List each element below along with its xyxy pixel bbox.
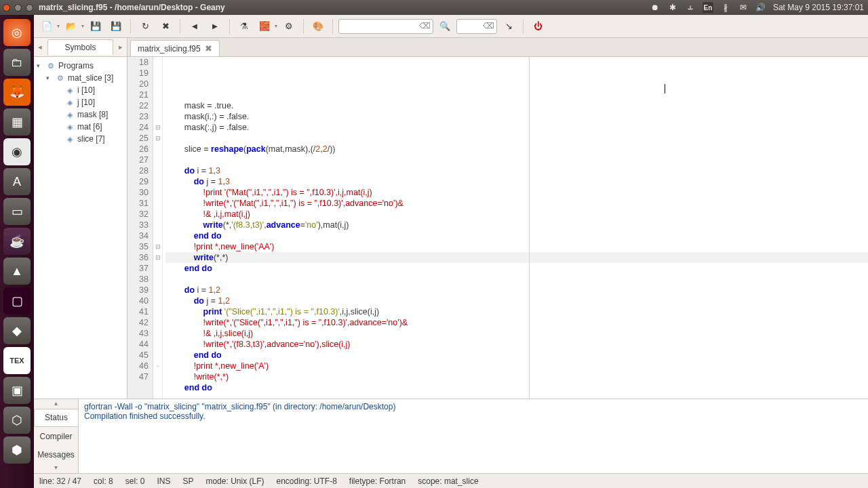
- close-file-button[interactable]: ✖: [157, 18, 174, 35]
- window-maximize-button[interactable]: [26, 4, 33, 12]
- color-chooser-button[interactable]: 🎨: [309, 18, 327, 35]
- app-icon-3[interactable]: ◆: [3, 317, 31, 344]
- quit-button[interactable]: ⏻: [529, 18, 547, 35]
- messages-icon[interactable]: ✉: [738, 2, 749, 13]
- unity-launcher: ◎ 🗀 🦊 ▦ ◉ A ▭ ☕ ▲ ▢ ◆ TEX ▣ ⬡ ⬢: [0, 15, 34, 488]
- code-area[interactable]: mask = .true. mask(i,:) = .false. mask(:…: [163, 57, 868, 399]
- message-window: ▴ Status Compiler Messages ▾ gfortran -W…: [34, 399, 868, 473]
- app-icon-2[interactable]: ▭: [3, 198, 31, 225]
- document-tabs: matrix_slicing.f95 ✖: [127, 38, 868, 57]
- tree-item[interactable]: ◈mask [8]: [34, 108, 127, 121]
- line-number-gutter: 1819202122232425262728293031323334353637…: [127, 57, 153, 399]
- tree-item[interactable]: ▾⚙Programs: [34, 60, 127, 72]
- status-mode: mode: Unix (LF): [205, 476, 264, 486]
- app-icon-1[interactable]: ▦: [3, 108, 31, 136]
- dash-icon[interactable]: ◎: [3, 19, 31, 46]
- message-content[interactable]: gfortran -Wall -o "matrix_slicing" "matr…: [79, 399, 868, 473]
- build-button[interactable]: 🧱: [256, 18, 273, 35]
- compiler-command-line: gfortran -Wall -o "matrix_slicing" "matr…: [84, 402, 863, 411]
- sound-icon[interactable]: 🔊: [755, 2, 766, 13]
- geany-window: 📄▾ 📂▾ 💾 💾 ↻ ✖ ◄ ► ⚗ 🧱▾ ⚙ 🎨 ⌫ 🔍 ⌫ ↘ ⏻ ◂ S…: [34, 15, 868, 488]
- app-icon-5[interactable]: ⬡: [3, 407, 31, 434]
- sidebar: ◂ Symbols ▸ ▾⚙Programs▾⚙mat_slice [3]◈i …: [34, 38, 127, 399]
- status-sp: SP: [182, 476, 193, 486]
- execute-button[interactable]: ⚙: [280, 18, 298, 35]
- vlc-icon[interactable]: ▲: [3, 258, 31, 285]
- save-button[interactable]: 💾: [87, 18, 104, 35]
- new-file-button[interactable]: 📄: [38, 18, 56, 35]
- goto-line-button[interactable]: ↘: [500, 18, 517, 35]
- document-tab[interactable]: matrix_slicing.f95 ✖: [130, 40, 220, 56]
- status-col: col: 8: [94, 476, 113, 486]
- status-ftype: filetype: Fortran: [349, 476, 406, 486]
- close-tab-icon[interactable]: ✖: [205, 43, 212, 54]
- text-cursor: [665, 84, 665, 94]
- files-icon[interactable]: 🗀: [3, 49, 31, 76]
- dropbox-icon[interactable]: ✱: [667, 2, 678, 13]
- tree-item[interactable]: ◈j [10]: [34, 96, 127, 108]
- top-panel: matrix_slicing.f95 - /home/arun/Desktop …: [0, 0, 868, 15]
- geany-icon[interactable]: ☕: [3, 228, 31, 255]
- window-controls: [3, 4, 33, 12]
- window-minimize-button[interactable]: [14, 4, 22, 12]
- tree-item[interactable]: ◈slice [7]: [34, 133, 127, 145]
- status-ins: INS: [157, 476, 170, 486]
- open-file-button[interactable]: 📂: [62, 18, 80, 35]
- texmaker-icon[interactable]: TEX: [3, 347, 31, 374]
- compile-button[interactable]: ⚗: [235, 18, 253, 35]
- message-tab-up[interactable]: ▴: [34, 399, 78, 409]
- status-line: line: 32 / 47: [39, 476, 81, 486]
- document-tab-label: matrix_slicing.f95: [138, 44, 201, 54]
- keyboard-indicator[interactable]: En: [703, 2, 713, 13]
- revert-button[interactable]: ↻: [136, 18, 154, 35]
- tree-item[interactable]: ▾⚙mat_slice [3]: [34, 72, 127, 84]
- firefox-icon[interactable]: 🦊: [3, 79, 31, 106]
- sidebar-tab-left[interactable]: ◂: [34, 43, 46, 52]
- panel-indicators: ⏺ ✱ ⥿ En ∦ ✉ 🔊 Sat May 9 2015 19:37:01: [650, 2, 864, 13]
- tab-status[interactable]: Status: [34, 409, 78, 427]
- save-all-button[interactable]: 💾: [107, 18, 125, 35]
- status-bar: line: 32 / 47 col: 8 sel: 0 INS SP mode:…: [34, 473, 868, 488]
- status-sel: sel: 0: [125, 476, 145, 486]
- app-icon-6[interactable]: ⬢: [3, 436, 31, 464]
- app-icon-4[interactable]: ▣: [3, 377, 31, 404]
- clock[interactable]: Sat May 9 2015 19:37:01: [773, 3, 864, 12]
- window-close-button[interactable]: [3, 4, 10, 12]
- message-tab-down[interactable]: ▾: [34, 464, 78, 473]
- tree-item[interactable]: ◈mat [6]: [34, 121, 127, 133]
- status-enc: encoding: UTF-8: [276, 476, 336, 486]
- sidebar-tab-symbols[interactable]: Symbols: [47, 39, 113, 55]
- edge-line: [529, 57, 530, 399]
- code-editor[interactable]: 1819202122232425262728293031323334353637…: [127, 57, 868, 399]
- tree-item[interactable]: ◈i [10]: [34, 84, 127, 96]
- window-title: matrix_slicing.f95 - /home/arun/Desktop …: [39, 3, 225, 12]
- status-scope: scope: mat_slice: [418, 476, 478, 486]
- symbols-tree[interactable]: ▾⚙Programs▾⚙mat_slice [3]◈i [10]◈j [10]◈…: [34, 57, 127, 399]
- tab-compiler[interactable]: Compiler: [34, 427, 78, 445]
- clear-goto-icon[interactable]: ⌫: [483, 21, 494, 30]
- compiler-result-line: Compilation finished successfully.: [84, 411, 863, 421]
- software-center-icon[interactable]: A: [3, 168, 31, 195]
- tab-messages[interactable]: Messages: [34, 445, 78, 464]
- record-icon[interactable]: ⏺: [650, 2, 660, 13]
- sidebar-tab-right[interactable]: ▸: [115, 43, 127, 52]
- fold-column[interactable]: ⊟⊟⊟⊟-: [153, 57, 163, 399]
- toolbar: 📄▾ 📂▾ 💾 💾 ↻ ✖ ◄ ► ⚗ 🧱▾ ⚙ 🎨 ⌫ 🔍 ⌫ ↘ ⏻: [34, 15, 868, 38]
- nav-forward-button[interactable]: ►: [206, 18, 224, 35]
- network-icon[interactable]: ⥿: [685, 2, 696, 13]
- terminal-icon[interactable]: ▢: [3, 287, 31, 314]
- nav-back-button[interactable]: ◄: [186, 18, 203, 35]
- clear-find-icon[interactable]: ⌫: [419, 21, 431, 30]
- message-tabs: ▴ Status Compiler Messages ▾: [34, 399, 79, 473]
- find-button[interactable]: 🔍: [436, 18, 454, 35]
- chrome-icon[interactable]: ◉: [3, 138, 31, 165]
- bluetooth-icon[interactable]: ∦: [720, 2, 731, 13]
